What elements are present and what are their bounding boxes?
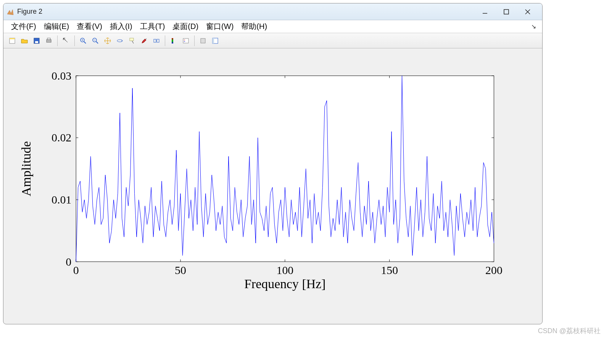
svg-text:0: 0 — [73, 264, 79, 276]
svg-text:0.03: 0.03 — [52, 69, 71, 82]
plot-area[interactable]: 05010015020000.010.020.03Frequency [Hz]A… — [6, 53, 539, 321]
insert-legend-icon[interactable] — [180, 35, 192, 47]
edit-plot-icon[interactable] — [60, 35, 72, 47]
menu-file[interactable]: 文件(F) — [7, 21, 40, 32]
svg-rect-19 — [130, 38, 134, 41]
svg-rect-28 — [201, 38, 205, 43]
zoom-out-icon[interactable] — [90, 35, 101, 47]
window-title: Figure 2 — [17, 8, 480, 16]
svg-rect-22 — [157, 39, 159, 42]
menu-insert[interactable]: 插入(I) — [106, 21, 136, 32]
svg-rect-10 — [47, 38, 50, 40]
svg-line-16 — [96, 42, 98, 43]
svg-text:0.01: 0.01 — [52, 193, 71, 206]
maximize-button[interactable] — [501, 6, 512, 17]
menu-tools[interactable]: 工具(T) — [136, 21, 169, 32]
svg-text:Amplitude: Amplitude — [19, 141, 33, 196]
svg-rect-21 — [154, 39, 156, 42]
insert-colorbar-icon[interactable] — [168, 35, 179, 47]
hide-plot-tools-icon[interactable] — [197, 35, 209, 47]
svg-line-20 — [132, 41, 134, 43]
save-icon[interactable] — [31, 35, 42, 47]
new-figure-icon[interactable] — [6, 35, 18, 47]
menu-view[interactable]: 查看(V) — [73, 21, 106, 32]
menu-help[interactable]: 帮助(H) — [237, 21, 271, 32]
menu-window[interactable]: 窗口(W) — [202, 21, 237, 32]
svg-text:200: 200 — [485, 264, 502, 276]
svg-rect-9 — [47, 40, 51, 42]
close-button[interactable] — [522, 6, 533, 17]
svg-rect-30 — [213, 38, 214, 43]
menu-edit[interactable]: 编辑(E) — [40, 21, 73, 32]
dock-arrow-icon[interactable]: ↘ — [531, 23, 538, 30]
menubar: 文件(F) 编辑(E) 查看(V) 插入(I) 工具(T) 桌面(D) 窗口(W… — [3, 20, 542, 33]
chart-svg: 05010015020000.010.020.03Frequency [Hz]A… — [6, 53, 539, 321]
svg-text:0: 0 — [66, 255, 71, 268]
svg-point-18 — [117, 40, 122, 42]
toolbar — [3, 33, 542, 48]
svg-line-12 — [84, 42, 86, 43]
svg-rect-31 — [76, 76, 494, 262]
open-icon[interactable] — [19, 35, 30, 47]
pan-icon[interactable] — [102, 35, 113, 47]
svg-text:150: 150 — [381, 264, 398, 276]
menu-desktop[interactable]: 桌面(D) — [169, 21, 202, 32]
svg-text:0.02: 0.02 — [52, 131, 71, 144]
svg-marker-0 — [7, 10, 13, 15]
svg-rect-2 — [504, 10, 509, 14]
link-data-icon[interactable] — [151, 35, 162, 47]
rotate-3d-icon[interactable] — [114, 35, 126, 47]
watermark: CSDN @荔枝科研社 — [538, 326, 601, 335]
svg-rect-25 — [183, 38, 188, 43]
svg-text:Frequency [Hz]: Frequency [Hz] — [244, 277, 325, 291]
svg-rect-6 — [10, 38, 15, 39]
svg-text:100: 100 — [276, 264, 293, 276]
svg-rect-24 — [172, 38, 173, 43]
show-plot-tools-icon[interactable] — [209, 35, 221, 47]
data-cursor-icon[interactable] — [126, 35, 138, 47]
zoom-in-icon[interactable] — [77, 35, 89, 47]
minimize-button[interactable] — [480, 6, 490, 17]
print-icon[interactable] — [43, 35, 55, 47]
brush-icon[interactable] — [139, 35, 150, 47]
svg-rect-8 — [35, 41, 38, 43]
svg-text:50: 50 — [175, 264, 186, 276]
titlebar[interactable]: Figure 2 — [3, 3, 542, 20]
figure-window: Figure 2 文件(F) 编辑(E) 查看(V) 插入(I) 工具(T) 桌… — [3, 3, 543, 324]
matlab-icon — [6, 8, 14, 16]
